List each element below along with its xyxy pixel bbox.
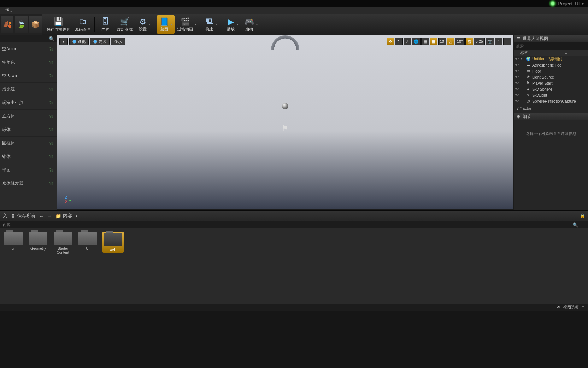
launch-button[interactable]: 🎮启动▼ xyxy=(242,15,260,34)
import-button[interactable]: 入 xyxy=(3,213,7,219)
angle-snap-value[interactable]: 10° xyxy=(455,38,465,45)
world-outliner-tab[interactable]: ☰世界大纲视图 xyxy=(514,35,588,42)
cinematic-button[interactable]: 🎬过场动画▼ xyxy=(175,15,198,34)
help-icon[interactable]: ?⃝ xyxy=(49,154,53,159)
search-icon[interactable]: 🔍 xyxy=(572,222,578,228)
place-item[interactable]: 圆柱体?⃝ xyxy=(0,137,57,150)
place-item[interactable]: 空角色?⃝ xyxy=(0,56,57,69)
save-all-button[interactable]: 🗎保存所有 xyxy=(11,213,36,219)
viewport-container: ▾ 透视 光照 显示 ✥ ↻ ⤢ 🌐 ▦ ▦ 10 △ 10° ▨ 0.25 📷… xyxy=(57,35,514,210)
eye-icon[interactable]: 👁 xyxy=(515,75,519,79)
eye-icon[interactable]: 👁 xyxy=(515,69,519,73)
mode-landscape-icon[interactable]: 📦 xyxy=(29,16,42,33)
asset-item[interactable]: Geometry xyxy=(28,232,48,251)
menu-help[interactable]: 帮助 xyxy=(3,8,16,14)
help-icon[interactable]: ?⃝ xyxy=(49,114,53,119)
build-button[interactable]: 🏗构建▼ xyxy=(202,15,220,34)
chevron-down-icon[interactable]: ▼ xyxy=(170,23,173,26)
surface-snap[interactable]: ▦ xyxy=(421,38,429,45)
transform-scale[interactable]: ⤢ xyxy=(404,38,411,45)
chevron-down-icon[interactable]: ▼ xyxy=(194,23,197,26)
place-item[interactable]: 锥体?⃝ xyxy=(0,150,57,163)
scale-snap-value[interactable]: 0.25 xyxy=(474,38,485,45)
play-button[interactable]: ▶播放▼ xyxy=(224,15,241,34)
outliner-search[interactable]: 搜索... xyxy=(514,42,588,50)
eye-icon[interactable]: 👁 xyxy=(515,57,519,61)
outliner-item[interactable]: 👁✧SkyLight xyxy=(514,92,588,98)
viewport[interactable]: ▾ 透视 光照 显示 ✥ ↻ ⤢ 🌐 ▦ ▦ 10 △ 10° ▨ 0.25 📷… xyxy=(57,35,513,209)
transform-translate[interactable]: ✥ xyxy=(387,38,394,45)
outliner-item[interactable]: 👁⚑Player Start xyxy=(514,80,588,86)
place-item[interactable]: 空Pawn?⃝ xyxy=(0,69,57,83)
save-button[interactable]: 💾保存当前关卡 xyxy=(45,15,72,34)
viewport-options[interactable]: ▾ xyxy=(59,38,68,45)
help-icon[interactable]: ?⃝ xyxy=(49,168,53,173)
outliner-item[interactable]: 👁●Sky Sphere xyxy=(514,86,588,92)
details-tab[interactable]: ⚙细节 xyxy=(514,113,588,120)
axis-gizmo: ZX Y xyxy=(65,195,71,203)
nav-forward-button[interactable]: → xyxy=(47,213,52,219)
eye-icon[interactable]: 👁 xyxy=(515,63,519,67)
grid-snap-value[interactable]: 10 xyxy=(438,38,446,45)
coord-space[interactable]: 🌐 xyxy=(412,38,421,45)
help-icon[interactable]: ?⃝ xyxy=(49,141,53,146)
scale-snap-toggle[interactable]: ▨ xyxy=(465,38,473,45)
help-icon[interactable]: ?⃝ xyxy=(49,100,53,105)
eye-icon[interactable]: 👁 xyxy=(515,87,519,91)
outliner-item[interactable]: 👁▭Floor xyxy=(514,68,588,74)
content-button[interactable]: 🗄内容 xyxy=(96,15,114,34)
help-icon[interactable]: ?⃝ xyxy=(49,127,53,132)
perspective-dropdown[interactable]: 透视 xyxy=(69,38,89,45)
show-dropdown[interactable]: 显示 xyxy=(111,38,125,45)
view-options-button[interactable]: 视图选项 xyxy=(563,305,579,310)
asset-item[interactable]: StarterContent xyxy=(53,232,73,254)
lit-mode-dropdown[interactable]: 光照 xyxy=(90,38,110,45)
source-control-button[interactable]: 🗂源码管理 xyxy=(73,15,93,34)
chevron-down-icon[interactable]: ▼ xyxy=(236,23,239,26)
settings-button[interactable]: ⚙设置▼ xyxy=(135,15,153,34)
chevron-down-icon[interactable]: ▼ xyxy=(255,23,258,26)
content-icon: 🗄 xyxy=(101,17,109,26)
help-icon[interactable]: ?⃝ xyxy=(49,60,53,65)
place-item[interactable]: 盒体触发器?⃝ xyxy=(0,177,57,190)
asset-item[interactable]: UI xyxy=(78,232,98,251)
place-item[interactable]: 立方体?⃝ xyxy=(0,110,57,123)
mode-place-icon[interactable]: 🍂 xyxy=(1,16,13,33)
outliner-column-header[interactable]: 标签 xyxy=(514,50,588,56)
help-icon[interactable]: ?⃝ xyxy=(49,181,53,186)
place-item[interactable]: 平面?⃝ xyxy=(0,163,57,177)
transform-rotate[interactable]: ↻ xyxy=(395,38,403,45)
breadcrumb[interactable]: 📁内容▸ xyxy=(55,213,78,219)
camera-speed-value[interactable]: 4 xyxy=(495,38,502,45)
eye-icon[interactable]: 👁 xyxy=(515,93,519,97)
grid-snap-toggle[interactable]: ▦ xyxy=(430,38,437,45)
eye-icon[interactable]: 👁 xyxy=(515,99,519,103)
lock-icon[interactable]: 🔒 xyxy=(580,213,585,218)
outliner-root[interactable]: 👁 ▾ 🌍 Untitled（编辑器） xyxy=(514,56,588,62)
viewport-maximize[interactable]: ⛶ xyxy=(503,38,511,45)
place-search[interactable]: 🔍 xyxy=(0,35,57,42)
outliner-item[interactable]: 👁☁Atmospheric Fog xyxy=(514,62,588,68)
place-item[interactable]: 玩家出生点?⃝ xyxy=(0,96,57,110)
asset-item[interactable]: on xyxy=(4,232,23,251)
help-icon[interactable]: ?⃝ xyxy=(49,74,53,79)
place-item[interactable]: 空Actor?⃝ xyxy=(0,42,57,56)
help-icon[interactable]: ?⃝ xyxy=(49,47,53,52)
asset-item[interactable]: web xyxy=(102,232,124,253)
nav-back-button[interactable]: ← xyxy=(39,213,44,219)
camera-speed-icon[interactable]: 📷 xyxy=(486,38,494,45)
blueprint-button[interactable]: 📘蓝图▼ xyxy=(157,15,175,34)
outliner-item[interactable]: 👁☀Light Source xyxy=(514,74,588,80)
place-item[interactable]: 球体?⃝ xyxy=(0,123,57,137)
angle-snap-toggle[interactable]: △ xyxy=(447,38,454,45)
help-icon[interactable]: ?⃝ xyxy=(49,87,53,92)
eye-icon[interactable]: 👁 xyxy=(515,81,519,85)
outliner-item[interactable]: 👁◎SphereReflectionCapture xyxy=(514,98,588,104)
expand-icon[interactable]: ▾ xyxy=(521,57,524,61)
chevron-down-icon[interactable]: ▼ xyxy=(214,23,217,26)
marketplace-button[interactable]: 🛒虚幻商城 xyxy=(115,15,135,34)
chevron-down-icon[interactable]: ▼ xyxy=(148,23,151,26)
mode-paint-icon[interactable]: 🍃 xyxy=(15,16,28,33)
place-item[interactable]: 点光源?⃝ xyxy=(0,83,57,96)
chevron-down-icon[interactable]: ▼ xyxy=(582,306,584,309)
